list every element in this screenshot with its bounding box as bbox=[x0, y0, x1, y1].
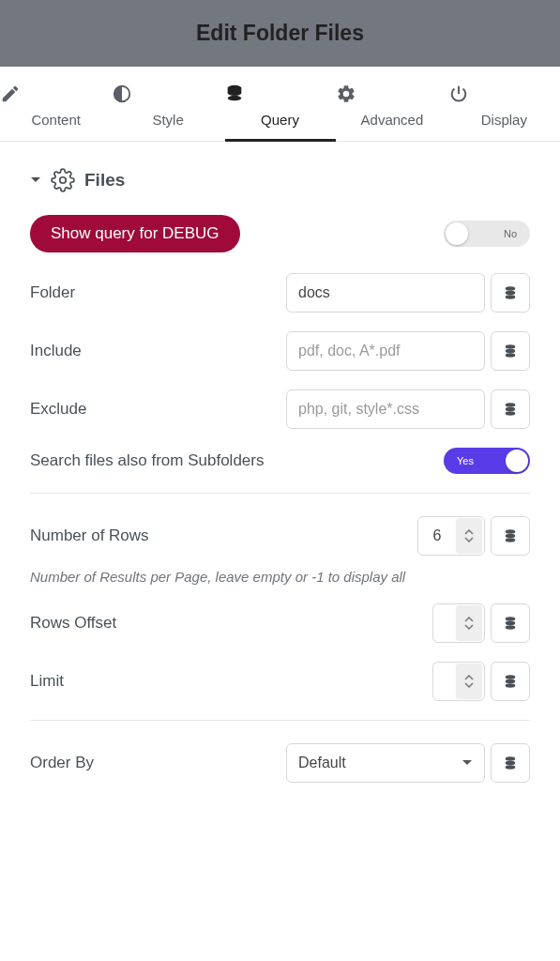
debug-toggle-label: No bbox=[504, 228, 517, 239]
database-icon bbox=[502, 615, 519, 632]
database-icon bbox=[502, 673, 519, 690]
rows-input-wrapper bbox=[417, 516, 485, 556]
orderby-label: Order By bbox=[30, 754, 94, 772]
svg-point-12 bbox=[506, 411, 516, 416]
chevron-up-icon bbox=[464, 675, 474, 680]
offset-input-wrapper bbox=[432, 603, 485, 643]
tab-advanced-label: Advanced bbox=[361, 112, 424, 128]
tab-style[interactable]: Style bbox=[112, 67, 223, 141]
database-icon bbox=[502, 284, 519, 301]
limit-label: Limit bbox=[30, 672, 64, 691]
database-icon bbox=[502, 755, 519, 771]
svg-point-5 bbox=[506, 291, 516, 296]
rows-label: Number of Rows bbox=[30, 526, 149, 545]
toggle-knob bbox=[506, 450, 528, 472]
tab-advanced[interactable]: Advanced bbox=[336, 67, 447, 141]
folder-label: Folder bbox=[30, 283, 75, 302]
toggle-knob bbox=[446, 222, 468, 245]
svg-point-15 bbox=[506, 538, 516, 542]
limit-stepper[interactable] bbox=[456, 664, 482, 699]
svg-point-9 bbox=[506, 353, 516, 358]
rows-helper: Number of Results per Page, leave empty … bbox=[30, 569, 530, 585]
exclude-dynamic-button[interactable] bbox=[491, 389, 530, 429]
database-icon bbox=[502, 343, 519, 359]
tabs-nav: Content Style Query Advanced Display bbox=[0, 67, 560, 142]
debug-pill: Show query for DEBUG bbox=[30, 215, 240, 252]
database-icon bbox=[502, 527, 519, 544]
offset-label: Rows Offset bbox=[30, 614, 116, 633]
chevron-up-icon bbox=[464, 529, 474, 535]
limit-input-wrapper bbox=[432, 662, 485, 701]
rows-input[interactable] bbox=[418, 527, 456, 544]
svg-point-17 bbox=[506, 621, 516, 626]
svg-point-1 bbox=[227, 90, 241, 96]
orderby-select[interactable]: Default bbox=[286, 743, 485, 783]
offset-input[interactable] bbox=[433, 615, 456, 632]
divider bbox=[30, 720, 530, 721]
orderby-dynamic-button[interactable] bbox=[491, 743, 530, 783]
svg-point-4 bbox=[506, 286, 516, 291]
svg-point-14 bbox=[506, 534, 516, 539]
svg-point-16 bbox=[506, 617, 516, 621]
svg-point-6 bbox=[506, 295, 516, 299]
tab-content[interactable]: Content bbox=[0, 67, 112, 141]
svg-point-7 bbox=[506, 344, 516, 349]
section-header[interactable]: Files bbox=[30, 168, 530, 192]
tab-query-label: Query bbox=[261, 112, 299, 128]
svg-point-18 bbox=[506, 625, 516, 630]
svg-point-23 bbox=[506, 761, 516, 766]
include-input[interactable] bbox=[286, 331, 485, 371]
gear-icon bbox=[336, 84, 447, 104]
panel-title: Edit Folder Files bbox=[0, 21, 560, 46]
contrast-icon bbox=[112, 84, 223, 104]
exclude-label: Exclude bbox=[30, 400, 86, 419]
chevron-up-icon bbox=[464, 617, 474, 622]
include-dynamic-button[interactable] bbox=[491, 331, 530, 371]
svg-point-10 bbox=[506, 403, 516, 407]
divider bbox=[30, 493, 530, 494]
orderby-value: Default bbox=[298, 755, 346, 771]
svg-point-20 bbox=[506, 679, 516, 684]
debug-toggle[interactable]: No bbox=[444, 221, 530, 247]
offset-stepper[interactable] bbox=[456, 605, 482, 641]
gear-outline-icon bbox=[51, 168, 75, 192]
query-panel: Files Show query for DEBUG No Folder Inc… bbox=[0, 142, 560, 783]
rows-dynamic-button[interactable] bbox=[491, 516, 530, 556]
section-title: Files bbox=[84, 170, 125, 191]
svg-point-19 bbox=[506, 675, 516, 679]
exclude-input[interactable] bbox=[286, 389, 485, 429]
svg-point-13 bbox=[506, 529, 516, 534]
svg-point-2 bbox=[227, 96, 241, 101]
power-icon bbox=[448, 84, 560, 104]
tab-content-label: Content bbox=[31, 112, 81, 128]
subfolders-label: Search files also from Subfolders bbox=[30, 451, 264, 470]
chevron-down-icon bbox=[464, 537, 474, 542]
chevron-down-icon bbox=[464, 624, 474, 630]
pencil-icon bbox=[0, 84, 112, 104]
database-icon bbox=[502, 401, 519, 418]
svg-point-24 bbox=[506, 765, 516, 770]
tab-display-label: Display bbox=[481, 112, 527, 128]
database-icon bbox=[224, 84, 336, 104]
chevron-down-icon bbox=[464, 682, 474, 688]
offset-dynamic-button[interactable] bbox=[491, 603, 530, 643]
caret-down-icon bbox=[30, 176, 41, 184]
caret-down-icon bbox=[462, 759, 473, 767]
svg-point-22 bbox=[506, 756, 516, 761]
folder-input[interactable] bbox=[286, 273, 485, 313]
svg-point-11 bbox=[506, 407, 516, 412]
subfolders-toggle-label: Yes bbox=[457, 455, 474, 466]
svg-point-8 bbox=[506, 349, 516, 354]
include-label: Include bbox=[30, 342, 82, 360]
tab-style-label: Style bbox=[152, 112, 183, 128]
limit-input[interactable] bbox=[433, 673, 456, 690]
subfolders-toggle[interactable]: Yes bbox=[444, 448, 530, 474]
svg-point-21 bbox=[506, 683, 516, 688]
folder-dynamic-button[interactable] bbox=[491, 273, 530, 313]
limit-dynamic-button[interactable] bbox=[491, 662, 530, 701]
tab-display[interactable]: Display bbox=[448, 67, 560, 141]
svg-point-3 bbox=[60, 177, 67, 184]
tab-query[interactable]: Query bbox=[224, 67, 336, 141]
rows-stepper[interactable] bbox=[456, 518, 482, 554]
panel-header: Edit Folder Files bbox=[0, 0, 560, 67]
